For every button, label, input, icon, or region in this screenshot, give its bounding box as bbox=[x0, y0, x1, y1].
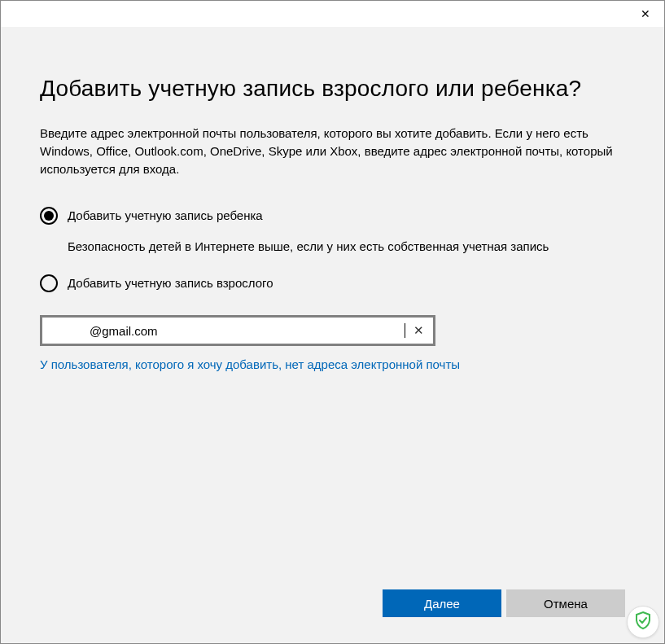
email-input-container[interactable]: ✕ bbox=[40, 315, 435, 346]
radio-button-adult[interactable] bbox=[40, 274, 58, 292]
radio-hint-child: Безопасность детей в Интернете выше, есл… bbox=[68, 238, 625, 255]
radio-option-adult[interactable]: Добавить учетную запись взрослого bbox=[40, 274, 625, 292]
dialog-content: Добавить учетную запись взрослого или ре… bbox=[1, 27, 664, 643]
titlebar: ✕ bbox=[1, 1, 664, 27]
email-input[interactable] bbox=[90, 324, 405, 338]
next-button[interactable]: Далее bbox=[383, 589, 501, 617]
text-caret bbox=[405, 323, 405, 338]
radio-label-child: Добавить учетную запись ребенка bbox=[68, 207, 263, 225]
dialog-description: Введите адрес электронной почты пользова… bbox=[40, 125, 625, 177]
clear-input-button[interactable]: ✕ bbox=[410, 322, 427, 339]
cancel-button[interactable]: Отмена bbox=[506, 589, 625, 617]
close-button[interactable]: ✕ bbox=[627, 1, 664, 27]
brand-badge bbox=[627, 606, 659, 638]
shield-icon bbox=[633, 611, 653, 633]
no-email-link[interactable]: У пользователя, которого я хочу добавить… bbox=[40, 357, 625, 371]
dialog-title: Добавить учетную запись взрослого или ре… bbox=[40, 76, 625, 102]
radio-button-child[interactable] bbox=[40, 207, 58, 225]
radio-label-adult: Добавить учетную запись взрослого bbox=[68, 274, 273, 292]
close-icon: ✕ bbox=[641, 7, 650, 20]
account-type-radio-group: Добавить учетную запись ребенка Безопасн… bbox=[40, 207, 625, 292]
clear-icon: ✕ bbox=[413, 323, 424, 338]
radio-option-child[interactable]: Добавить учетную запись ребенка bbox=[40, 207, 625, 225]
dialog-footer: Далее Отмена bbox=[383, 589, 625, 617]
